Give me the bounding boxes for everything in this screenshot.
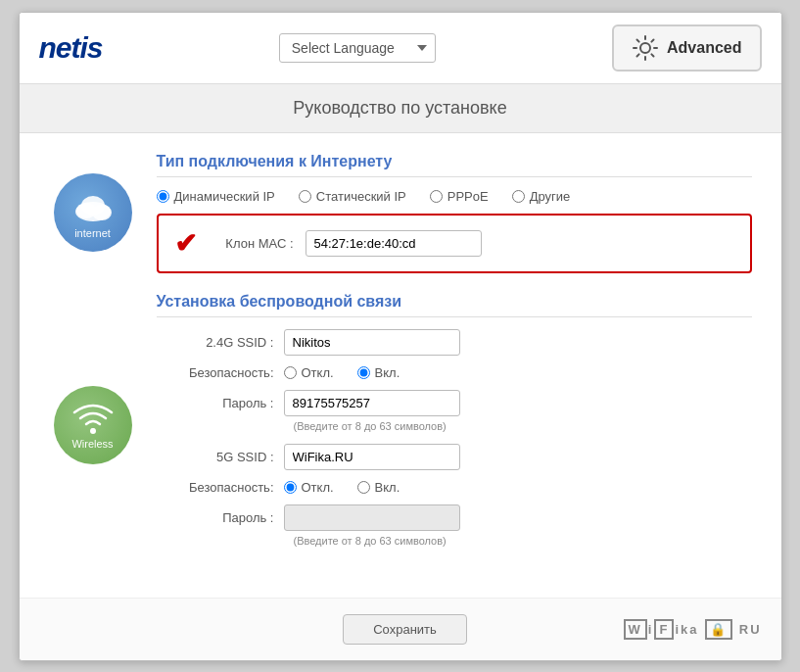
radio-dynamic-ip-label: Динамический IP <box>174 189 275 204</box>
radio-other-label: Другие <box>530 189 571 204</box>
security5-label: Безопасность: <box>157 480 284 495</box>
wifi-icon <box>71 401 115 436</box>
clone-mac-label: Клон МАС : <box>215 236 294 251</box>
security5-on-label: Вкл. <box>375 480 400 495</box>
ssid24-input[interactable] <box>284 329 460 356</box>
radio-other-input[interactable] <box>512 190 525 203</box>
watermark: WiFika 🔒 RU <box>624 621 762 637</box>
radio-other[interactable]: Другие <box>512 189 571 204</box>
logo: netis <box>39 31 103 65</box>
radio-static-ip-label: Статический IP <box>316 189 406 204</box>
header-center: Select Language English Русский 中文 <box>103 33 613 63</box>
security24-group: Откл. Вкл. <box>284 365 400 380</box>
radio-static-ip[interactable]: Статический IP <box>299 189 406 204</box>
security24-on-input[interactable] <box>357 366 370 379</box>
clone-mac-row: ✔ Клон МАС : <box>157 214 752 273</box>
svg-point-0 <box>640 43 650 53</box>
ssid5-input[interactable] <box>284 444 460 470</box>
connection-type-group: Динамический IP Статический IP PPPoE <box>157 189 571 204</box>
radio-pppoe-label: PPPoE <box>447 189 489 204</box>
security24-off-label: Откл. <box>302 365 334 380</box>
main-window: netis Select Language English Русский 中文… <box>19 12 782 661</box>
security5-off-label: Откл. <box>302 480 334 495</box>
ssid5-row: 5G SSID : <box>157 444 752 470</box>
password5-input[interactable] <box>284 504 460 531</box>
wireless-section-title: Установка беспроводной связи <box>157 293 752 317</box>
internet-icon-container: internet <box>49 153 137 273</box>
svg-point-5 <box>90 428 96 434</box>
radio-dynamic-ip[interactable]: Динамический IP <box>157 189 275 204</box>
security5-off-radio[interactable]: Откл. <box>284 480 334 495</box>
radio-static-ip-input[interactable] <box>299 190 311 203</box>
wireless-label: Wireless <box>71 438 113 450</box>
ssid24-row: 2.4G SSID : <box>157 329 752 356</box>
save-button[interactable]: Сохранить <box>343 614 467 645</box>
password24-row: Пароль : (Введите от 8 до 63 символов) <box>157 390 752 434</box>
security24-row: Безопасность: Откл. Вкл. <box>157 365 752 380</box>
password24-label: Пароль : <box>157 396 284 410</box>
internet-body: Тип подключения к Интернету Динамический… <box>157 153 752 273</box>
password24-input[interactable] <box>284 390 460 416</box>
radio-dynamic-ip-input[interactable] <box>157 190 169 203</box>
security24-off-radio[interactable]: Откл. <box>284 365 334 380</box>
security5-on-input[interactable] <box>357 481 370 494</box>
internet-section-title: Тип подключения к Интернету <box>157 153 752 177</box>
security5-on-radio[interactable]: Вкл. <box>357 480 400 495</box>
advanced-label: Advanced <box>667 39 741 57</box>
security5-off-input[interactable] <box>284 481 297 494</box>
language-select[interactable]: Select Language English Русский 中文 <box>279 33 436 63</box>
ssid5-label: 5G SSID : <box>157 450 284 464</box>
checkmark-icon: ✔ <box>174 227 204 260</box>
wireless-section: Wireless Установка беспроводной связи 2.… <box>49 293 752 558</box>
connection-type-row: Динамический IP Статический IP PPPoE <box>157 189 752 204</box>
security24-on-label: Вкл. <box>375 365 400 380</box>
radio-pppoe-input[interactable] <box>430 190 443 203</box>
internet-circle: internet <box>54 173 132 252</box>
internet-section: internet Тип подключения к Интернету Дин… <box>49 153 752 273</box>
ssid24-label: 2.4G SSID : <box>157 335 284 350</box>
security24-off-input[interactable] <box>284 366 297 379</box>
password24-hint: (Введите от 8 до 63 символов) <box>294 420 447 432</box>
password5-label: Пароль : <box>157 510 284 525</box>
page-title: Руководство по установке <box>33 98 768 119</box>
password5-row: Пароль : (Введите от 8 до 63 символов) <box>157 504 752 549</box>
footer: Сохранить WiFika 🔒 RU <box>20 598 781 660</box>
clone-mac-input[interactable] <box>306 230 482 257</box>
wireless-icon-container: Wireless <box>49 293 137 558</box>
security5-group: Откл. Вкл. <box>284 480 400 495</box>
wireless-circle: Wireless <box>54 386 132 464</box>
security24-label: Безопасность: <box>157 365 284 380</box>
svg-point-4 <box>81 196 105 216</box>
security5-row: Безопасность: Откл. Вкл. <box>157 480 752 495</box>
page-title-bar: Руководство по установке <box>20 84 781 133</box>
cloud-icon <box>69 186 118 225</box>
content: internet Тип подключения к Интернету Дин… <box>20 133 781 598</box>
advanced-button[interactable]: Advanced <box>612 24 761 72</box>
header: netis Select Language English Русский 中文… <box>20 13 781 84</box>
security24-on-radio[interactable]: Вкл. <box>357 365 400 380</box>
radio-pppoe[interactable]: PPPoE <box>430 189 489 204</box>
password5-hint: (Введите от 8 до 63 символов) <box>294 535 447 547</box>
gear-icon <box>632 34 659 62</box>
wireless-body: Установка беспроводной связи 2.4G SSID :… <box>157 293 752 558</box>
internet-label: internet <box>74 227 111 239</box>
